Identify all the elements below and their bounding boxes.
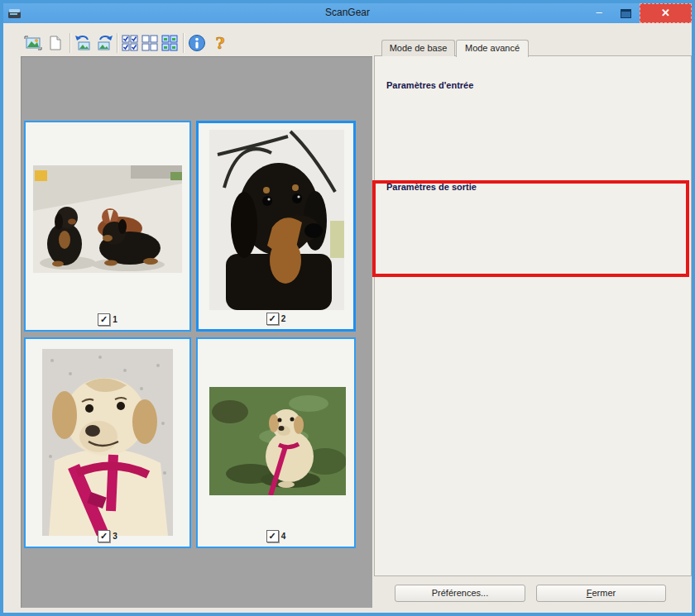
frame-1-checkbox[interactable]: ✓ [98, 313, 110, 326]
frame-1-number: 1 [113, 315, 117, 324]
tab-label: Mode avancé [465, 43, 520, 53]
frame-2-number: 2 [281, 314, 286, 323]
frame-3-number: 3 [113, 532, 117, 541]
advanced-mode-tab-page [374, 55, 692, 576]
checkmark-icon: ✓ [100, 531, 108, 541]
frame-2-caption: ✓2 [199, 313, 353, 325]
toolbar-separator [183, 33, 184, 53]
checkmark-icon: ✓ [269, 531, 276, 541]
checkmark-icon: ✓ [100, 314, 108, 324]
close-button-label: ermer [592, 588, 616, 598]
tab-mode-de-base[interactable]: Mode de base [381, 40, 455, 56]
whole-image-view-icon[interactable] [46, 32, 67, 54]
preview-area: ✓1 [21, 56, 372, 608]
close-icon: ✕ [661, 7, 670, 19]
photo-labrador-on-grass [209, 387, 346, 495]
scangear-window: ScanGear – ✕ ? [0, 0, 695, 616]
close-button-accesskey: F [587, 588, 592, 598]
help-icon[interactable]: ? [210, 32, 232, 54]
uncheck-all-frames-icon[interactable] [140, 32, 161, 54]
title-bar: ScanGear – ✕ [3, 3, 692, 23]
frame-4-number: 4 [281, 532, 286, 541]
frame-4-checkbox[interactable]: ✓ [266, 530, 279, 542]
minimize-icon: – [596, 6, 602, 18]
frame-1-caption: ✓1 [26, 313, 189, 326]
maximize-button[interactable] [613, 3, 638, 23]
check-all-frames-icon[interactable] [120, 32, 141, 54]
info-icon[interactable] [187, 32, 208, 54]
close-button[interactable]: ✕ [640, 3, 692, 23]
rotate-left-icon[interactable] [73, 32, 94, 54]
checkmark-icon: ✓ [269, 313, 276, 323]
photo-dachshund-closeup [209, 130, 344, 310]
preview-frame-4[interactable]: ✓4 [196, 337, 356, 548]
select-all-frames-icon[interactable] [160, 32, 181, 54]
frame-4-caption: ✓4 [198, 530, 354, 542]
input-settings-title: Paramètres d'entrée [384, 80, 476, 90]
frame-3-checkbox[interactable]: ✓ [98, 530, 110, 542]
output-settings-title: Paramètres de sortie [384, 182, 479, 192]
preferences-button[interactable]: Préférences... [395, 585, 525, 602]
preview-frame-2[interactable]: ✓2 [196, 121, 356, 332]
photo-labrador-portrait [42, 349, 173, 536]
tab-label: Mode de base [390, 43, 448, 53]
frame-2-checkbox[interactable]: ✓ [266, 313, 279, 325]
photo-two-dachshunds [33, 165, 182, 273]
preview-frame-1[interactable]: ✓1 [24, 121, 191, 332]
toolbar-separator [117, 33, 117, 53]
preferences-button-label: Préférences... [432, 588, 488, 598]
thumbnail-view-icon[interactable] [23, 32, 45, 54]
minimize-button[interactable]: – [587, 3, 611, 23]
maximize-icon [621, 9, 631, 18]
preview-frame-3[interactable]: ✓3 [24, 337, 191, 548]
close-dialog-button[interactable]: Fermer [536, 585, 666, 602]
rotate-right-icon[interactable] [95, 32, 117, 54]
toolbar-separator [70, 33, 70, 53]
tab-mode-avance[interactable]: Mode avancé [456, 40, 529, 57]
svg-text:?: ? [215, 34, 224, 52]
frame-3-caption: ✓3 [26, 530, 189, 542]
